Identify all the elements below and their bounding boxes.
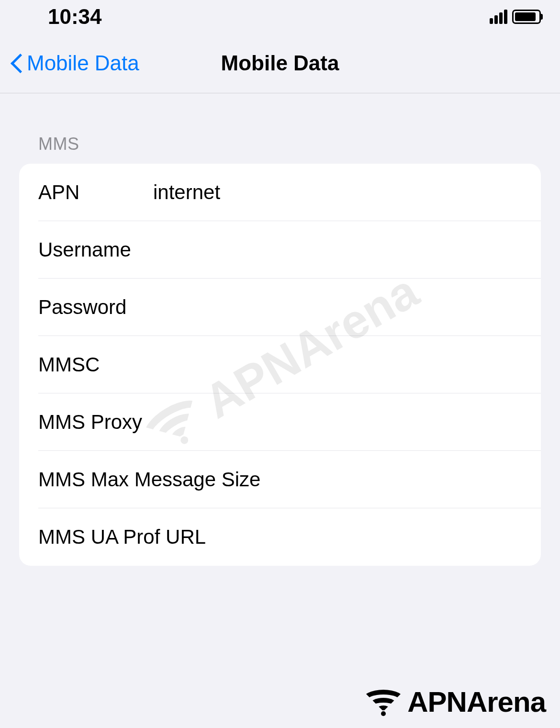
row-label-apn: APN: [38, 181, 153, 204]
footer-text: APNArena: [407, 685, 546, 718]
row-label-username: Username: [38, 238, 153, 261]
battery-icon: [512, 10, 541, 24]
section-header-mms: MMS: [38, 134, 541, 154]
password-field[interactable]: [153, 296, 522, 319]
content-area: MMS APN Username Password MMSC MMS Proxy: [0, 93, 560, 566]
status-icons: [490, 10, 541, 24]
settings-group-mms: APN Username Password MMSC MMS Proxy MMS…: [19, 164, 541, 566]
status-bar: 10:34: [0, 0, 560, 34]
back-button[interactable]: Mobile Data: [10, 51, 139, 75]
row-label-password: Password: [38, 296, 153, 319]
mms-proxy-field[interactable]: [153, 411, 522, 434]
cellular-signal-icon: [490, 10, 507, 24]
settings-row-password[interactable]: Password: [19, 279, 541, 336]
row-label-mms-ua-prof: MMS UA Prof URL: [38, 526, 206, 549]
navigation-bar: Mobile Data Mobile Data: [0, 34, 560, 93]
wifi-icon: [362, 685, 405, 718]
settings-row-mmsc[interactable]: MMSC: [19, 336, 541, 393]
row-label-mms-proxy: MMS Proxy: [38, 411, 153, 434]
settings-row-mms-proxy[interactable]: MMS Proxy: [19, 393, 541, 451]
row-label-mmsc: MMSC: [38, 353, 153, 376]
mmsc-field[interactable]: [153, 353, 522, 376]
chevron-back-icon: [10, 52, 23, 75]
apn-field[interactable]: [153, 181, 522, 204]
back-label: Mobile Data: [27, 51, 139, 75]
status-time: 10:34: [48, 5, 102, 29]
settings-row-mms-max-size[interactable]: MMS Max Message Size: [19, 451, 541, 508]
settings-row-mms-ua-prof[interactable]: MMS UA Prof URL: [19, 508, 541, 566]
row-label-mms-max-size: MMS Max Message Size: [38, 468, 260, 491]
username-field[interactable]: [153, 238, 522, 261]
settings-row-username[interactable]: Username: [19, 221, 541, 279]
settings-row-apn[interactable]: APN: [19, 164, 541, 221]
page-title: Mobile Data: [221, 51, 339, 75]
footer-logo: APNArena: [362, 685, 546, 718]
